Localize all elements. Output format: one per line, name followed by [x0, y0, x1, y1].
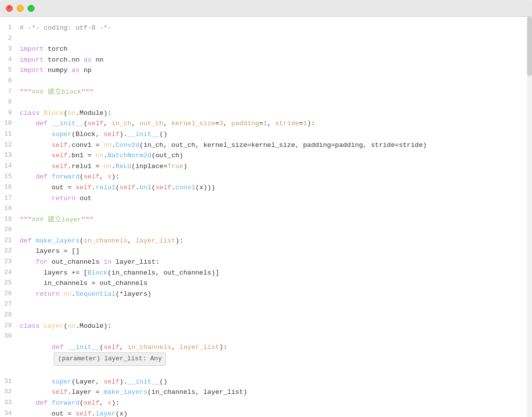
- code-line: 15 def forward(self, x):: [0, 172, 532, 182]
- code-line: 31 super(Layer, self).__init__(): [0, 377, 532, 387]
- code-line: 14 self.relu1 = nn.ReLU(inplace=True): [0, 161, 532, 172]
- code-line: 30 def __init__(self, in_channels, layer…: [0, 331, 532, 377]
- code-line: 3 import torch: [0, 44, 532, 55]
- scrollbar[interactable]: [527, 17, 532, 417]
- code-line: 28: [0, 310, 532, 321]
- code-line: 32 self.layer = make_layers(in_channels,…: [0, 387, 532, 398]
- code-line: 9 class Block(nn.Module):: [0, 108, 532, 119]
- maximize-button[interactable]: [28, 5, 34, 12]
- code-line: 27: [0, 299, 532, 310]
- editor-window: ✕ 1 # -*- coding: utf-8 -*- 2 3 import t…: [0, 0, 532, 417]
- code-line: 7 """### 建立block""": [0, 87, 532, 98]
- close-button[interactable]: ✕: [6, 5, 13, 12]
- code-line: 4 import torch.nn as nn: [0, 55, 532, 66]
- code-line: 8: [0, 97, 532, 108]
- code-line: 6: [0, 76, 532, 87]
- minimize-button[interactable]: [17, 5, 24, 12]
- code-line: 18: [0, 204, 532, 214]
- scrollbar-thumb[interactable]: [527, 17, 532, 76]
- code-line: 33 def forward(self, x):: [0, 398, 532, 409]
- code-line: 29 class Layer(nn.Module):: [0, 321, 532, 332]
- code-line: 21 def make_layers(in_channels, layer_li…: [0, 236, 532, 246]
- tooltip: (parameter) layer_list: Any: [54, 352, 166, 366]
- code-line: 23 for out_channels in layer_list:: [0, 257, 532, 268]
- code-line: 34 out = self.layer(x): [0, 409, 532, 417]
- code-line: 25 in_channels = out_channels: [0, 278, 532, 289]
- code-line: 5 import numpy as np: [0, 65, 532, 76]
- code-line: 2: [0, 34, 532, 44]
- code-line: 19 """### 建立layer""": [0, 214, 532, 225]
- code-line: 17 return out: [0, 193, 532, 204]
- code-line: 24 layers += [Block(in_channels, out_cha…: [0, 268, 532, 278]
- title-bar: ✕: [0, 0, 532, 17]
- code-line: 26 return nn.Sequential(*layers): [0, 289, 532, 300]
- code-editor[interactable]: 1 # -*- coding: utf-8 -*- 2 3 import tor…: [0, 17, 532, 417]
- code-line: 20: [0, 225, 532, 236]
- code-line: 13 self.bn1 = nn.BatchNorm2d(out_ch): [0, 150, 532, 161]
- code-line: 12 self.conv1 = nn.Conv2d(in_ch, out_ch,…: [0, 140, 532, 151]
- code-line: 1 # -*- coding: utf-8 -*-: [0, 23, 532, 34]
- code-line: 16 out = self.relu1(self.bn1(self.conv1(…: [0, 182, 532, 193]
- code-line: 22 layers = []: [0, 246, 532, 257]
- code-line: 11 super(Block, self).__init__(): [0, 129, 532, 140]
- code-line: 10 def __init__(self, in_ch, out_ch, ker…: [0, 118, 532, 129]
